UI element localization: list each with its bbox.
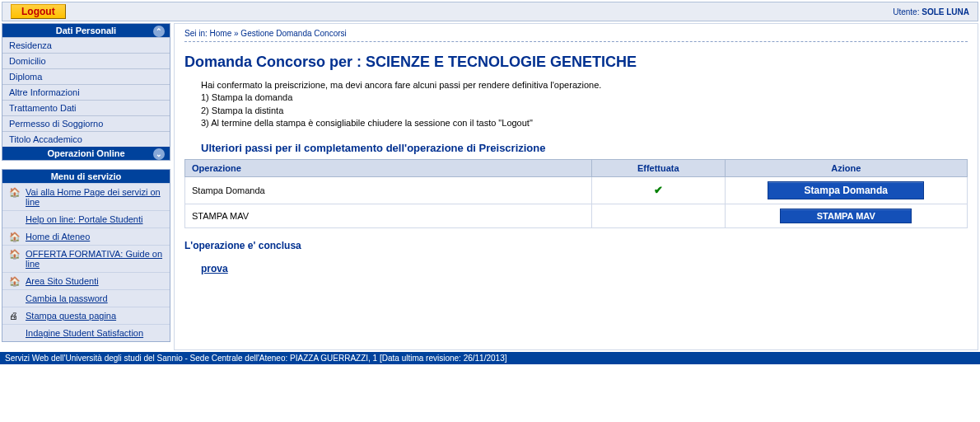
sidebar-item-trattamento-dati[interactable]: Trattamento Dati [2, 100, 170, 115]
home-icon: 🏠 [9, 232, 21, 242]
cell-action: Stampa Domanda [725, 176, 968, 204]
topbar: Logout Utente: SOLE LUNA [2, 2, 978, 21]
breadcrumb: Sei in: Home » Gestione Domanda Concorsi [184, 29, 968, 42]
sidebar-item-residenza[interactable]: Residenza [2, 37, 170, 53]
concluded-label: L'operazione e' conclusa [184, 240, 968, 251]
home-icon: 🏠 [9, 276, 21, 287]
cell-op: STAMPA MAV [185, 204, 592, 227]
stampa-domanda-button[interactable]: Stampa Domanda [768, 181, 924, 199]
footer: Servizi Web dell'Università degli studi … [0, 352, 980, 364]
cell-action: STAMPA MAV [725, 204, 968, 227]
panel-dati-personali: Dati Personali ⌃ Residenza Domicilio Dip… [2, 23, 170, 161]
check-icon: ✔ [654, 184, 663, 196]
panel-header-dati[interactable]: Dati Personali ⌃ [2, 24, 170, 37]
sidebar-item-domicilio[interactable]: Domicilio [2, 53, 170, 68]
instructions: Hai confermato la preiscrizione, ma devi… [201, 79, 968, 130]
table-row: STAMPA MAV STAMPA MAV [185, 204, 968, 227]
user-info: Utente: SOLE LUNA [893, 7, 969, 16]
sidebar: Dati Personali ⌃ Residenza Domicilio Dip… [2, 23, 170, 350]
home-icon: 🏠 [9, 249, 21, 260]
stampa-mav-button[interactable]: STAMPA MAV [780, 209, 912, 223]
sidebar-item-permesso-soggiorno[interactable]: Permesso di Soggiorno [2, 115, 170, 131]
main-content: Sei in: Home » Gestione Domanda Concorsi… [174, 23, 978, 350]
menu-item-indagine[interactable]: Indagine Student Satisfaction [2, 324, 170, 341]
sidebar-item-titolo-accademico[interactable]: Titolo Accademico [2, 131, 170, 147]
menu-item-home-servizi[interactable]: 🏠Vai alla Home Page dei servizi on line [2, 183, 170, 210]
cell-op: Stampa Domanda [185, 176, 592, 204]
home-icon: 🏠 [9, 187, 21, 198]
panel-header-operazioni[interactable]: Operazioni Online ⌄ [2, 147, 170, 160]
th-azione: Azione [725, 159, 968, 176]
menu-item-cambia-password[interactable]: Cambia la password [2, 289, 170, 307]
sub-heading: Ulteriori passi per il completamento del… [201, 142, 968, 154]
menu-item-area-studenti[interactable]: 🏠Area Sito Studenti [2, 272, 170, 289]
cell-done [592, 204, 726, 227]
logout-button[interactable]: Logout [11, 4, 66, 19]
sidebar-item-diploma[interactable]: Diploma [2, 68, 170, 84]
panel-menu-servizio: Menu di servizio 🏠Vai alla Home Page dei… [2, 169, 170, 342]
expand-icon[interactable]: ⌄ [153, 148, 165, 160]
menu-item-offerta-formativa[interactable]: 🏠OFFERTA FORMATIVA: Guide on line [2, 245, 170, 272]
cell-done: ✔ [592, 176, 726, 204]
menu-item-home-ateneo[interactable]: 🏠Home di Ateneo [2, 227, 170, 245]
menu-item-help[interactable]: Help on line: Portale Studenti [2, 210, 170, 227]
print-icon: 🖨 [9, 311, 18, 321]
th-effettuata: Effettuata [592, 159, 726, 176]
operations-table: Operazione Effettuata Azione Stampa Doma… [184, 159, 968, 228]
collapse-icon[interactable]: ⌃ [153, 26, 165, 37]
page-title: Domanda Concorso per : SCIENZE E TECNOLO… [184, 54, 968, 71]
sidebar-item-altre-informazioni[interactable]: Altre Informazioni [2, 84, 170, 100]
prova-link[interactable]: prova [201, 263, 228, 274]
menu-item-stampa-pagina[interactable]: 🖨Stampa questa pagina [2, 307, 170, 324]
table-row: Stampa Domanda ✔ Stampa Domanda [185, 176, 968, 204]
th-operazione: Operazione [185, 159, 592, 176]
panel-header-menu: Menu di servizio [2, 170, 170, 183]
